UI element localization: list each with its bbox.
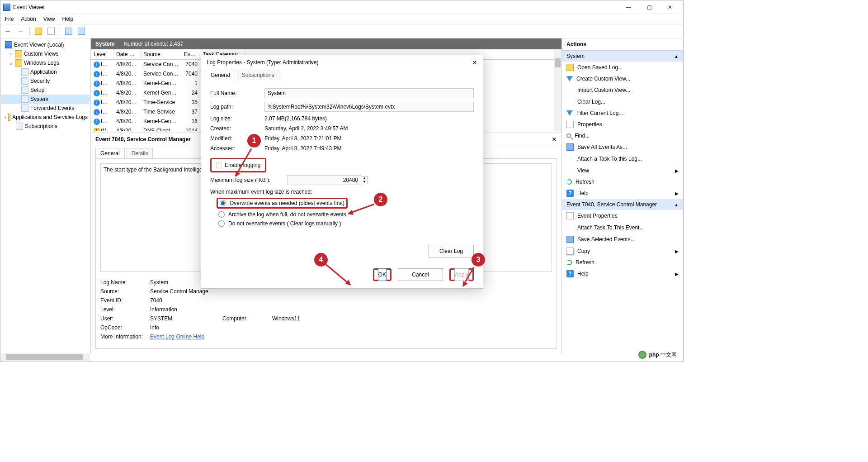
checkbox-enable-logging[interactable] — [216, 162, 222, 168]
cancel-button[interactable]: Cancel — [398, 268, 443, 281]
menu-file[interactable]: File — [5, 16, 14, 22]
action-item[interactable]: Properties — [562, 119, 683, 130]
maxsize-spinner[interactable]: ▲▼ — [287, 175, 368, 185]
expand-icon[interactable]: › — [5, 114, 6, 120]
action-item[interactable]: Attach a Task To this Log... — [562, 153, 683, 165]
label-computer: Computer: — [222, 315, 272, 322]
action-item[interactable]: Filter Current Log... — [562, 108, 683, 119]
toolbar-button-2[interactable] — [46, 26, 56, 36]
info-icon: i — [94, 100, 100, 106]
dialog-tab-subscriptions[interactable]: Subscriptions — [237, 70, 279, 80]
log-icon — [21, 86, 28, 94]
detail-close-button[interactable]: ✕ — [552, 136, 557, 143]
value-opcode: Info — [150, 324, 222, 331]
tab-details[interactable]: Details — [127, 148, 153, 158]
action-label: Clear Log... — [577, 99, 605, 105]
action-label: View — [577, 167, 589, 174]
log-icon — [21, 105, 28, 112]
dialog-tab-general[interactable]: General — [206, 70, 235, 80]
tree-forwarded[interactable]: Forwarded Events — [1, 104, 90, 113]
tree-custom-views[interactable]: ›Custom Views — [1, 49, 90, 58]
tree-subscriptions[interactable]: Subscriptions — [1, 122, 90, 131]
menu-action[interactable]: Action — [21, 16, 36, 22]
action-item[interactable]: Save Selected Events... — [562, 233, 683, 245]
link-moreinfo[interactable]: Event Log Online Help — [150, 333, 222, 340]
label-eventid: Event ID: — [100, 297, 150, 304]
grid-scrollbar[interactable] — [554, 49, 561, 131]
info-icon: i — [94, 109, 100, 115]
spin-down-button[interactable]: ▼ — [361, 180, 368, 184]
toolbar: ← → — [0, 24, 683, 38]
minimize-button[interactable]: — — [618, 0, 639, 14]
action-item[interactable]: ?Help▶ — [562, 187, 683, 199]
action-item[interactable]: Event Properties — [562, 210, 683, 222]
action-item[interactable]: Refresh — [562, 257, 683, 268]
tree-windows-logs[interactable]: ⌄Windows Logs — [1, 58, 90, 67]
toolbar-button-4[interactable] — [76, 26, 86, 36]
nav-tree[interactable]: Event Viewer (Local) ›Custom Views ⌄Wind… — [0, 38, 91, 353]
tree-appsvc[interactable]: ›Applications and Services Logs — [1, 113, 90, 122]
actions-section-event[interactable]: Event 7040, Service Control Manager▲ — [562, 199, 683, 210]
radio-overwrite[interactable] — [220, 200, 226, 206]
field-logpath[interactable] — [264, 102, 474, 112]
action-item[interactable]: Import Custom View... — [562, 84, 683, 96]
value-computer: Windows11 — [272, 315, 344, 322]
tree-root[interactable]: Event Viewer (Local) — [1, 40, 90, 49]
tree-system[interactable]: System — [1, 95, 90, 104]
menu-help[interactable]: Help — [62, 16, 74, 22]
action-item[interactable]: Clear Log... — [562, 96, 683, 108]
nav-back-button[interactable]: ← — [3, 26, 13, 36]
expand-icon[interactable]: › — [9, 51, 13, 57]
action-label: Event Properties — [577, 213, 618, 219]
radio-noover[interactable] — [218, 220, 225, 227]
radio-archive[interactable] — [218, 211, 225, 218]
action-label: Open Saved Log... — [577, 64, 623, 71]
toolbar-button-1[interactable] — [33, 26, 43, 36]
field-fullname[interactable] — [264, 88, 474, 98]
actions-section-system[interactable]: System▲ — [562, 51, 683, 62]
submenu-icon: ▶ — [675, 168, 679, 173]
center-header: System Number of events: 2,437 — [91, 38, 561, 49]
action-item[interactable]: Attach Task To This Event... — [562, 222, 683, 233]
help-icon: ? — [566, 190, 574, 197]
tree-application[interactable]: Application — [1, 67, 90, 76]
funnel-icon — [566, 110, 573, 116]
scrollbar-thumb[interactable] — [555, 58, 561, 67]
col-eventid[interactable]: Event... — [181, 49, 200, 59]
close-button[interactable]: ✕ — [660, 0, 680, 14]
col-source[interactable]: Source — [141, 49, 181, 59]
action-item[interactable]: Save All Events As... — [562, 141, 683, 153]
value-created: Saturday, April 2, 2022 3:49:57 AM — [264, 125, 474, 132]
tree-h-scrollbar[interactable] — [1, 353, 90, 361]
action-item[interactable]: Copy▶ — [562, 245, 683, 257]
collapse-icon: ▲ — [674, 54, 679, 59]
tree-security[interactable]: Security — [1, 76, 90, 86]
folder-icon — [15, 50, 22, 57]
folder-icon — [8, 114, 10, 121]
tab-general[interactable]: General — [95, 148, 125, 158]
toolbar-button-3[interactable] — [64, 26, 74, 36]
col-level[interactable]: Level — [91, 49, 113, 59]
action-item[interactable]: Open Saved Log... — [562, 62, 683, 73]
ok-button[interactable]: OK — [378, 268, 387, 281]
submenu-icon: ▶ — [675, 271, 679, 276]
action-item[interactable]: Create Custom View... — [562, 73, 683, 84]
nav-forward-button[interactable]: → — [16, 26, 26, 36]
action-icon — [566, 86, 574, 94]
clear-log-button[interactable]: Clear Log — [429, 245, 474, 257]
field-maxsize[interactable] — [287, 175, 361, 185]
tree-setup[interactable]: Setup — [1, 86, 90, 95]
label-overwrite: Overwrite events as needed (oldest event… — [230, 200, 344, 206]
label-moreinfo: More Information: — [100, 333, 150, 340]
col-date[interactable]: Date an... — [113, 49, 141, 59]
action-item[interactable]: Find... — [562, 130, 683, 141]
menu-view[interactable]: View — [43, 16, 55, 22]
action-item[interactable]: View▶ — [562, 165, 683, 176]
dialog-close-button[interactable]: ✕ — [472, 59, 477, 66]
collapse-icon[interactable]: ⌄ — [9, 60, 13, 66]
action-item[interactable]: ?Help▶ — [562, 268, 683, 280]
scrollbar-thumb[interactable] — [6, 354, 83, 360]
maximize-button[interactable]: ▢ — [639, 0, 660, 14]
value-eventid: 7040 — [150, 297, 222, 304]
action-item[interactable]: Refresh — [562, 176, 683, 187]
